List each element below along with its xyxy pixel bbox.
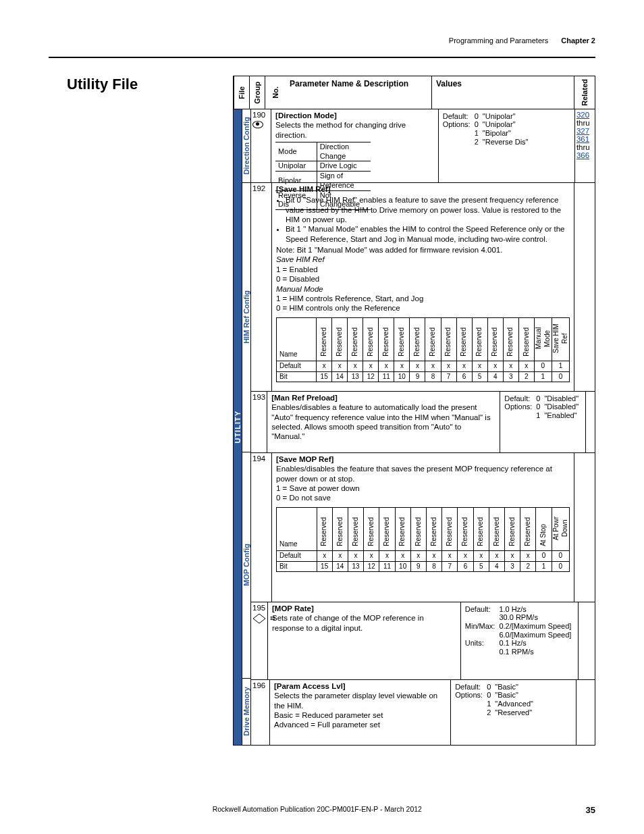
param-values: Default:1.0 Hz/s 30.0 RPM/s Min/Max:0.2/… — [461, 602, 579, 679]
publication: Rockwell Automation Publication 20C-PM00… — [213, 805, 422, 815]
param-no: 192 — [251, 183, 272, 391]
link-361[interactable]: 361 — [576, 135, 589, 143]
running-head-chapter: Chapter 2 — [561, 36, 595, 45]
group-drive-memory: Drive Memory — [242, 679, 250, 745]
group-mop-config: MOP Config — [242, 452, 250, 679]
param-related — [574, 453, 595, 602]
col-group: Group — [249, 76, 265, 109]
param-related — [586, 392, 595, 452]
param-no: 190 — [251, 109, 271, 182]
parameter-table: File Group No. Parameter Name & Descript… — [233, 76, 595, 746]
page-number: 35 — [586, 805, 595, 815]
bit-table-192: NameReservedReservedReservedReservedRese… — [276, 317, 570, 383]
col-values: Values — [432, 76, 574, 109]
param-related — [579, 602, 595, 679]
running-head-left: Programming and Parameters — [449, 36, 548, 45]
bit-table-194: NameReservedReservedReservedReservedRese… — [276, 507, 570, 573]
file-label: UTILITY — [234, 109, 242, 745]
group-column: Direction Config HIM Ref Config MOP Conf… — [242, 109, 251, 745]
param-related — [576, 680, 595, 745]
link-366[interactable]: 366 — [576, 151, 589, 159]
read-only-icon — [252, 121, 263, 128]
param-descr: [MOP Rate] Sets rate of change of the MO… — [268, 602, 461, 679]
group-him-ref-config: HIM Ref Config — [242, 183, 250, 452]
param-195: 195 32 [MOP Rate] Sets rate of change of… — [251, 602, 595, 680]
param-196: 196 [Param Access Lvl] Selects the param… — [251, 680, 595, 745]
param-190: 190 [Direction Mode] Selects the method … — [251, 109, 595, 183]
link-327[interactable]: 327 — [576, 127, 589, 135]
param-descr: [Man Ref Preload] Enables/disables a fea… — [267, 392, 500, 452]
svg-marker-0 — [253, 614, 265, 623]
param-descr: [Save MOP Ref] Enables/disables the feat… — [272, 453, 574, 602]
param-no: 195 32 — [251, 602, 268, 679]
page-footer: Rockwell Automation Publication 20C-PM00… — [49, 805, 595, 815]
running-head: Programming and Parameters Chapter 2 — [449, 36, 595, 45]
param-descr: [Direction Mode] Selects the method for … — [271, 109, 439, 182]
col-descr: Parameter Name & Description — [286, 76, 432, 109]
col-related: Related — [574, 76, 595, 109]
param-values: Default:0"Unipolar" Options:0"Unipolar" … — [439, 109, 575, 182]
param-values: Default:0"Disabled" Options:0"Disabled" … — [500, 392, 586, 452]
param-related: 320 thru 327 361 thru 366 — [575, 109, 595, 182]
param-values: Default:0"Basic" Options:0"Basic" 1"Adva… — [451, 680, 576, 745]
param-descr: [Param Access Lvl] Selects the parameter… — [270, 680, 451, 745]
param-194: 194 [Save MOP Ref] Enables/disables the … — [251, 453, 595, 602]
header-rule — [49, 57, 595, 58]
group-direction-config: Direction Config — [242, 109, 250, 183]
param-192: 192 [Save HIM Ref] Bit 0 "Save HIM Ref" … — [251, 183, 595, 392]
param-no: 194 — [251, 453, 272, 602]
col-file: File — [234, 76, 249, 109]
table-header: File Group No. Parameter Name & Descript… — [234, 76, 595, 109]
param-no: 193 — [251, 392, 267, 452]
section-title: Utility File — [67, 76, 138, 93]
param-193: 193 [Man Ref Preload] Enables/disables a… — [251, 392, 595, 453]
param-no: 196 — [251, 680, 270, 745]
link-320[interactable]: 320 — [576, 111, 589, 119]
col-no: No. — [265, 76, 286, 109]
param-related — [574, 183, 595, 391]
param-descr: [Save HIM Ref] Bit 0 "Save HIM Ref" enab… — [272, 183, 574, 391]
bit32-icon: 32 — [252, 613, 266, 625]
